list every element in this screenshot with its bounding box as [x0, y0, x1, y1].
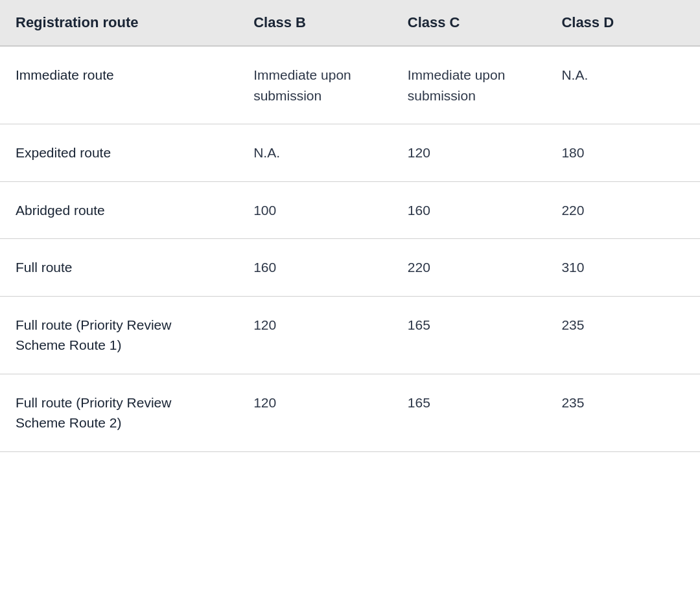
header-class-b: Class B	[238, 0, 392, 46]
table-row: Abridged route 100 160 220	[0, 181, 700, 239]
table-row: Expedited route N.A. 120 180	[0, 124, 700, 182]
class-d-value: 310	[546, 239, 700, 297]
table-row: Full route (Priority Review Scheme Route…	[0, 296, 700, 374]
class-d-value: 180	[546, 124, 700, 182]
class-c-value: 165	[392, 374, 546, 451]
class-b-value: Immediate upon submission	[238, 46, 392, 124]
class-b-value: 160	[238, 239, 392, 297]
header-row: Registration route Class B Class C Class…	[0, 0, 700, 46]
class-b-value: 100	[238, 181, 392, 239]
header-class-c: Class C	[392, 0, 546, 46]
table-container: Registration route Class B Class C Class…	[0, 0, 700, 452]
route-name: Full route	[0, 239, 238, 297]
class-c-value: 165	[392, 296, 546, 374]
class-b-value: N.A.	[238, 124, 392, 182]
class-d-value: 235	[546, 374, 700, 451]
header-class-d: Class D	[546, 0, 700, 46]
class-c-value: Immediate upon submission	[392, 46, 546, 124]
table-row: Full route (Priority Review Scheme Route…	[0, 374, 700, 451]
route-name: Expedited route	[0, 124, 238, 182]
header-registration-route: Registration route	[0, 0, 238, 46]
class-d-value: N.A.	[546, 46, 700, 124]
class-c-value: 120	[392, 124, 546, 182]
class-b-value: 120	[238, 374, 392, 451]
route-name: Immediate route	[0, 46, 238, 124]
table-row: Immediate route Immediate upon submissio…	[0, 46, 700, 124]
route-name: Full route (Priority Review Scheme Route…	[0, 296, 238, 374]
table-row: Full route 160 220 310	[0, 239, 700, 297]
route-name: Abridged route	[0, 181, 238, 239]
class-d-value: 220	[546, 181, 700, 239]
class-d-value: 235	[546, 296, 700, 374]
registration-routes-table: Registration route Class B Class C Class…	[0, 0, 700, 452]
class-c-value: 220	[392, 239, 546, 297]
route-name: Full route (Priority Review Scheme Route…	[0, 374, 238, 451]
class-b-value: 120	[238, 296, 392, 374]
class-c-value: 160	[392, 181, 546, 239]
